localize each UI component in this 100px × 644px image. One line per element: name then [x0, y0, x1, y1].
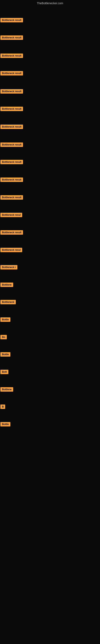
bottleneck-badge-7[interactable]: Bottleneck result — [0, 124, 23, 129]
result-row-9: Bottleneck result — [0, 159, 23, 166]
bottleneck-badge-2[interactable]: Bottleneck result — [0, 36, 23, 40]
bottleneck-badge-18[interactable]: Bottle — [0, 317, 10, 322]
result-row-14: Bottleneck resul — [0, 247, 23, 254]
bottleneck-badge-10[interactable]: Bottleneck result — [0, 178, 23, 182]
result-row-13: Bottleneck result — [0, 230, 23, 236]
result-row-10: Bottleneck result — [0, 177, 23, 184]
bottleneck-badge-4[interactable]: Bottleneck result — [0, 71, 23, 76]
bottleneck-badge-3[interactable]: Bottleneck result — [0, 54, 23, 58]
result-row-3: Bottleneck result — [0, 53, 23, 60]
result-row-7: Bottleneck result — [0, 124, 23, 130]
bottleneck-badge-8[interactable]: Bottleneck result — [0, 142, 23, 147]
result-row-24: Bottle — [0, 421, 11, 428]
bottleneck-badge-1[interactable]: Bottleneck result — [0, 18, 23, 22]
bottleneck-badge-21[interactable]: Bott — [0, 370, 8, 374]
bottleneck-badge-5[interactable]: Bottleneck result — [0, 89, 23, 94]
bottleneck-badge-14[interactable]: Bottleneck resul — [0, 248, 22, 252]
bottleneck-badge-15[interactable]: Bottleneck r — [0, 265, 17, 270]
bottleneck-badge-6[interactable]: Bottleneck result — [0, 107, 23, 111]
bottleneck-badge-9[interactable]: Bottleneck result — [0, 160, 23, 164]
result-row-23: B — [0, 404, 6, 410]
site-title-container: TheBottlenecker.com — [0, 0, 100, 6]
result-row-22: Bottlene — [0, 386, 14, 393]
result-row-4: Bottleneck result — [0, 70, 23, 77]
result-row-2: Bottleneck result — [0, 34, 23, 42]
result-row-18: Bottle — [0, 316, 11, 324]
result-row-12: Bottleneck resul — [0, 212, 23, 219]
result-row-1: Bottleneck result — [0, 17, 23, 24]
results-container: Bottleneck resultBottleneck resultBottle… — [0, 6, 100, 642]
result-row-21: Bott — [0, 369, 9, 376]
site-title: TheBottlenecker.com — [0, 0, 100, 6]
bottleneck-badge-11[interactable]: Bottleneck result — [0, 195, 23, 200]
result-row-15: Bottleneck r — [0, 264, 18, 271]
result-row-16: Bottlene — [0, 282, 14, 288]
bottleneck-badge-17[interactable]: Bottleneck — [0, 300, 16, 304]
result-row-19: Bo — [0, 334, 7, 341]
result-row-6: Bottleneck result — [0, 106, 23, 113]
bottleneck-badge-16[interactable]: Bottlene — [0, 282, 13, 287]
result-row-17: Bottleneck — [0, 299, 16, 306]
bottleneck-badge-22[interactable]: Bottlene — [0, 387, 13, 392]
bottleneck-badge-13[interactable]: Bottleneck result — [0, 230, 23, 235]
result-row-20: Bottle — [0, 352, 11, 358]
bottleneck-badge-19[interactable]: Bo — [0, 335, 7, 339]
result-row-5: Bottleneck result — [0, 88, 23, 95]
bottleneck-badge-24[interactable]: Bottle — [0, 422, 10, 426]
bottleneck-badge-20[interactable]: Bottle — [0, 352, 10, 356]
result-row-8: Bottleneck result — [0, 142, 23, 148]
bottleneck-badge-23[interactable]: B — [0, 404, 5, 409]
result-row-11: Bottleneck result — [0, 194, 23, 201]
bottleneck-badge-12[interactable]: Bottleneck resul — [0, 213, 22, 217]
